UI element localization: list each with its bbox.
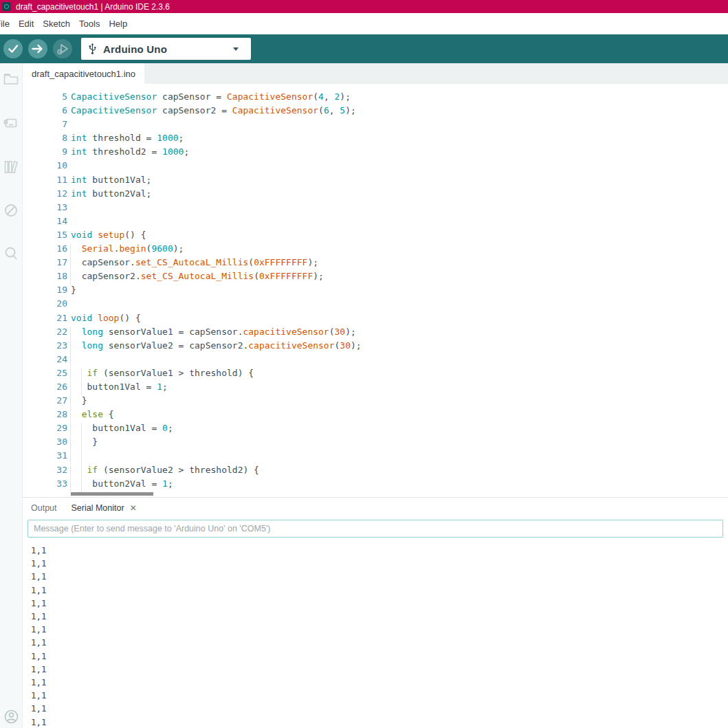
menu-item-tools[interactable]: Tools (79, 19, 100, 29)
line-number: 8 (23, 133, 71, 146)
line-number: 31 (23, 450, 71, 464)
line-number: 21 (23, 313, 71, 327)
tab-draft-capacitivetouch1[interactable]: draft_capacitivetouch1.ino (23, 63, 144, 84)
line-number: 12 (23, 188, 71, 202)
line-number: 19 (23, 285, 71, 298)
serial-line: 1,1 (31, 597, 728, 610)
code-editor[interactable]: 5CapacitiveSensor capSensor = Capacitive… (23, 84, 728, 497)
bottom-panel: Output Serial Monitor ✕ 1,11,11,11,11,11… (23, 497, 728, 728)
code-line: 7 (23, 119, 728, 133)
serial-line: 1,1 (31, 557, 728, 570)
serial-line: 1,1 (31, 689, 728, 702)
sketchbook-folder-icon[interactable] (3, 71, 19, 87)
line-number: 33 (23, 478, 71, 492)
close-icon[interactable]: ✕ (130, 503, 137, 513)
code-line: 6CapacitiveSensor capSensor2 = Capacitiv… (23, 105, 728, 119)
serial-line: 1,1 (31, 636, 728, 649)
serial-line: 1,1 (31, 650, 728, 663)
code-line: 20 (23, 298, 728, 312)
tab-serial-monitor[interactable]: Serial Monitor (71, 503, 124, 513)
library-manager-icon[interactable] (3, 159, 19, 175)
code-line: 24 (23, 354, 728, 368)
serial-line: 1,1 (31, 584, 728, 597)
code-line: 22 long sensorValue1 = capSensor.capacit… (23, 327, 728, 340)
line-number: 13 (23, 202, 71, 216)
line-number: 22 (23, 327, 71, 340)
code-line: 26 button1Val = 1; (23, 382, 728, 395)
code-line: 27 } (23, 395, 728, 409)
serial-line: 1,1 (31, 570, 728, 583)
caret-down-icon (233, 47, 239, 51)
serial-line: 1,1 (31, 663, 728, 676)
code-line: 5CapacitiveSensor capSensor = Capacitive… (23, 91, 728, 105)
code-line: 15void setup() { (23, 230, 728, 243)
tab-output[interactable]: Output (31, 503, 57, 513)
code-line: 9int threshold2 = 1000; (23, 146, 728, 160)
search-icon[interactable] (3, 245, 19, 262)
code-line: 32 if (sensorValue2 > threshold2) { (23, 465, 728, 478)
indent-guide (81, 423, 82, 492)
menu-bar: FileEditSketchToolsHelp (0, 13, 728, 34)
code-line: 12int button2Val; (23, 188, 728, 202)
serial-line: 1,1 (31, 623, 728, 636)
line-number: 5 (23, 91, 71, 105)
line-number: 25 (23, 368, 71, 382)
line-number: 20 (23, 298, 71, 312)
serial-line: 1,1 (31, 610, 728, 623)
menu-item-help[interactable]: Help (109, 19, 127, 29)
line-number: 18 (23, 271, 71, 285)
line-number: 29 (23, 423, 71, 437)
debug-button[interactable] (53, 39, 72, 58)
code-line: 14 (23, 216, 728, 230)
horizontal-scrollbar[interactable] (71, 492, 153, 496)
editor-tabstrip: draft_capacitivetouch1.ino (23, 63, 728, 84)
title-bar: draft_capacitivetouch1 | Arduino IDE 2.3… (0, 0, 728, 13)
line-number: 24 (23, 354, 71, 368)
line-number: 11 (23, 175, 71, 188)
serial-line: 1,1 (31, 544, 728, 557)
code-line: 29 button1Val = 0; (23, 423, 728, 437)
line-number: 28 (23, 409, 71, 423)
line-number: 16 (23, 243, 71, 257)
indent-guide (81, 368, 82, 395)
board-selector-label: Arduino Uno (103, 43, 167, 55)
menu-item-edit[interactable]: Edit (19, 19, 34, 29)
board-selector[interactable]: Arduino Uno (81, 38, 251, 60)
serial-line: 1,1 (31, 676, 728, 689)
serial-line: 1,1 (31, 716, 728, 728)
indent-guide (70, 243, 71, 285)
activity-sidebar (0, 63, 23, 728)
boards-manager-icon[interactable] (3, 115, 19, 131)
line-number: 10 (23, 160, 71, 174)
code-line: 11int button1Val; (23, 175, 728, 188)
indent-guide (70, 327, 71, 492)
check-icon (7, 43, 19, 55)
code-line: 25 if (sensorValue1 > threshold) { (23, 368, 728, 382)
line-number: 30 (23, 437, 71, 450)
line-number: 15 (23, 230, 71, 243)
code-line: 21void loop() { (23, 313, 728, 327)
upload-button[interactable] (28, 39, 47, 58)
toolbar: Arduino Uno (0, 34, 728, 63)
line-number: 14 (23, 216, 71, 230)
menu-item-file[interactable]: File (0, 19, 10, 29)
menu-item-sketch[interactable]: Sketch (43, 19, 70, 29)
right-arrow-icon (31, 43, 45, 54)
serial-message-input[interactable] (27, 520, 723, 538)
code-line: 31 (23, 450, 728, 464)
line-number: 32 (23, 465, 71, 478)
panel-tabs: Output Serial Monitor ✕ (23, 498, 728, 518)
code-line: 17 capSensor.set_CS_AutocaL_Millis(0xFFF… (23, 257, 728, 271)
code-line: 23 long sensorValue2 = capSensor2.capaci… (23, 340, 728, 354)
line-number: 23 (23, 340, 71, 354)
code-line: 16 Serial.begin(9600); (23, 243, 728, 257)
code-line: 30 } (23, 437, 728, 450)
line-number: 6 (23, 105, 71, 119)
debug-disabled-icon[interactable] (3, 203, 19, 218)
verify-button[interactable] (3, 39, 23, 58)
code-line: 33 button2Val = 1; (23, 478, 728, 492)
code-line: 28 else { (23, 409, 728, 423)
line-number: 9 (23, 146, 71, 160)
window-title: draft_capacitivetouch1 | Arduino IDE 2.3… (16, 2, 170, 12)
account-icon[interactable] (4, 709, 19, 724)
